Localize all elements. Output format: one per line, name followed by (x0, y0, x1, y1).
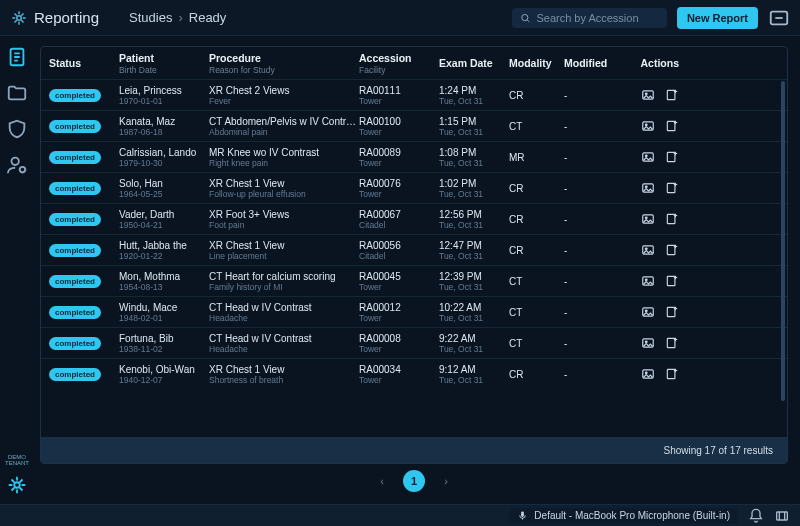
brand-name: Reporting (34, 9, 99, 26)
exam-time: 1:08 PM (439, 147, 509, 158)
table-row[interactable]: completed Windu, Mace1948-02-01 CT Head … (41, 296, 787, 327)
modified: - (564, 121, 619, 132)
table-row[interactable]: completed Kanata, Maz1987-06-18 CT Abdom… (41, 110, 787, 141)
announce-icon[interactable] (768, 7, 790, 29)
exam-time: 10:22 AM (439, 302, 509, 313)
svg-rect-37 (521, 511, 524, 517)
svg-point-0 (17, 15, 22, 20)
image-icon[interactable] (641, 181, 655, 195)
image-icon[interactable] (641, 119, 655, 133)
status-pill: completed (49, 151, 101, 164)
exam-time: 1:02 PM (439, 178, 509, 189)
add-report-icon[interactable] (665, 367, 679, 381)
image-icon[interactable] (641, 305, 655, 319)
exam-date: Tue, Oct 31 (439, 375, 509, 385)
chevron-right-icon: › (178, 10, 182, 25)
add-report-icon[interactable] (665, 88, 679, 102)
facility: Tower (359, 282, 439, 292)
sidebar-item-worklist[interactable] (6, 46, 28, 68)
sidebar-item-user-settings[interactable] (6, 154, 28, 176)
birth-date: 1954-08-13 (119, 282, 209, 292)
new-report-button[interactable]: New Report (677, 7, 758, 29)
image-icon[interactable] (641, 274, 655, 288)
add-report-icon[interactable] (665, 119, 679, 133)
sidebar-item-shield[interactable] (6, 118, 28, 140)
patient-name: Solo, Han (119, 178, 209, 189)
mic-icon (517, 510, 528, 521)
add-report-icon[interactable] (665, 274, 679, 288)
sidebar-item-folder[interactable] (6, 82, 28, 104)
image-icon[interactable] (641, 243, 655, 257)
table-row[interactable]: completed Calrissian, Lando1979-10-30 MR… (41, 141, 787, 172)
svg-point-6 (14, 482, 20, 488)
col-exam-date[interactable]: Exam Date (439, 57, 509, 69)
modality: CT (509, 121, 564, 132)
procedure-name: XR Chest 1 View (209, 240, 359, 251)
search-box[interactable] (512, 8, 667, 28)
page-current[interactable]: 1 (403, 470, 425, 492)
table-row[interactable]: completed Solo, Han1964-05-25 XR Chest 1… (41, 172, 787, 203)
mic-label: Default - MacBook Pro Microphone (Built-… (534, 510, 730, 521)
status-pill: completed (49, 182, 101, 195)
mic-selector[interactable]: Default - MacBook Pro Microphone (Built-… (509, 508, 738, 523)
col-status[interactable]: Status (49, 57, 119, 69)
status-pill: completed (49, 89, 101, 102)
birth-date: 1987-06-18 (119, 127, 209, 137)
image-icon[interactable] (641, 336, 655, 350)
exam-date: Tue, Oct 31 (439, 158, 509, 168)
col-accession[interactable]: AccessionFacility (359, 52, 439, 75)
brand-icon (10, 9, 28, 27)
svg-rect-38 (777, 512, 788, 520)
modality: CT (509, 338, 564, 349)
table-row[interactable]: completed Vader, Darth1950-04-21 XR Foot… (41, 203, 787, 234)
status-pill: completed (49, 306, 101, 319)
image-icon[interactable] (641, 150, 655, 164)
search-input[interactable] (536, 12, 658, 24)
col-actions: Actions (619, 57, 679, 69)
svg-point-8 (645, 93, 647, 95)
facility: Tower (359, 96, 439, 106)
exam-date: Tue, Oct 31 (439, 127, 509, 137)
col-modality[interactable]: Modality (509, 57, 564, 69)
svg-point-11 (645, 124, 647, 126)
image-icon[interactable] (641, 88, 655, 102)
table-row[interactable]: completed Hutt, Jabba the1920-01-22 XR C… (41, 234, 787, 265)
add-report-icon[interactable] (665, 243, 679, 257)
col-procedure[interactable]: ProcedureReason for Study (209, 52, 359, 75)
patient-name: Vader, Darth (119, 209, 209, 220)
add-report-icon[interactable] (665, 181, 679, 195)
add-report-icon[interactable] (665, 212, 679, 226)
table-row[interactable]: completed Leia, Princess1970-01-01 XR Ch… (41, 79, 787, 110)
bell-icon[interactable] (748, 508, 764, 524)
footer: Default - MacBook Pro Microphone (Built-… (0, 504, 800, 526)
results-bar: Showing 17 of 17 results (41, 437, 787, 463)
scrollbar[interactable] (781, 81, 785, 401)
procedure-name: MR Knee wo IV Contrast (209, 147, 359, 158)
expand-icon[interactable] (774, 508, 790, 524)
settings-gear-icon[interactable] (6, 474, 28, 496)
col-patient[interactable]: PatientBirth Date (119, 52, 209, 75)
svg-point-32 (645, 341, 647, 343)
exam-time: 9:12 AM (439, 364, 509, 375)
birth-date: 1938-11-02 (119, 344, 209, 354)
svg-point-5 (20, 167, 26, 173)
patient-name: Kanata, Maz (119, 116, 209, 127)
birth-date: 1979-10-30 (119, 158, 209, 168)
table-row[interactable]: completed Mon, Mothma1954-08-13 CT Heart… (41, 265, 787, 296)
page-next[interactable]: › (435, 470, 457, 492)
add-report-icon[interactable] (665, 305, 679, 319)
add-report-icon[interactable] (665, 150, 679, 164)
breadcrumb-root[interactable]: Studies (129, 10, 172, 25)
add-report-icon[interactable] (665, 336, 679, 350)
table-row[interactable]: completed Fortuna, Bib1938-11-02 CT Head… (41, 327, 787, 358)
image-icon[interactable] (641, 212, 655, 226)
page-prev[interactable]: ‹ (371, 470, 393, 492)
modified: - (564, 307, 619, 318)
patient-name: Windu, Mace (119, 302, 209, 313)
search-icon (520, 12, 531, 24)
image-icon[interactable] (641, 367, 655, 381)
table-row[interactable]: completed Kenobi, Obi-Wan1940-12-07 XR C… (41, 358, 787, 389)
col-modified[interactable]: Modified (564, 57, 619, 69)
accession-number: RA00089 (359, 147, 439, 158)
reason: Fever (209, 96, 359, 106)
